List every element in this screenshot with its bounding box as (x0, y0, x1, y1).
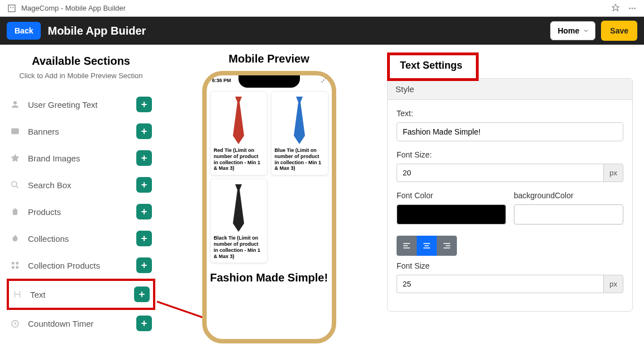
section-label: Banners (28, 127, 59, 136)
section-label: Collection Products (28, 261, 100, 270)
section-text: Text (7, 279, 155, 310)
svg-rect-12 (16, 266, 19, 269)
back-button[interactable]: Back (7, 22, 41, 40)
px-suffix: px (603, 275, 623, 293)
svg-point-4 (632, 7, 633, 9)
section-brand-images: Brand Images (7, 145, 155, 171)
app-header: Back Mobile App Buider Home Save (0, 17, 644, 45)
add-collection-products-button[interactable] (136, 257, 152, 273)
page-select-value: Home (557, 26, 579, 35)
svg-point-3 (629, 7, 631, 9)
add-countdown-button[interactable] (136, 316, 152, 331)
search-icon (10, 180, 20, 190)
more-icon[interactable] (627, 3, 637, 13)
top-bar-title: MageComp - Mobile App Builder (21, 4, 126, 12)
section-products: Products (7, 198, 155, 225)
bg-color-picker[interactable] (514, 204, 623, 225)
plus-icon (140, 127, 149, 136)
text-settings-panel: Text Settings Style Text: Font Size: px … (376, 45, 644, 363)
editor-top-bar: MageComp - Mobile App Builder (0, 0, 644, 17)
mobile-preview-column: Mobile Preview 6:36 PM ⋰ Red Tie (Limit … (162, 45, 376, 363)
font-color-label: Font Color (397, 191, 506, 200)
preview-text-block[interactable]: Fashion Made Simple! (210, 271, 328, 284)
magecomp-logo-icon (7, 3, 17, 13)
section-countdown-timer: Countdown Timer (7, 310, 155, 337)
font-size-input[interactable] (397, 164, 603, 182)
svg-point-5 (634, 7, 636, 9)
add-collections-button[interactable] (136, 231, 152, 246)
tie-icon (227, 184, 250, 232)
add-user-greeting-button[interactable] (136, 97, 152, 112)
section-banners: Banners (7, 118, 155, 145)
font-size-label: Font Size: (397, 150, 623, 159)
available-sections-sidebar: Available Sections Click to Add in Mobil… (0, 45, 162, 363)
page-select[interactable]: Home (550, 21, 595, 40)
phone-frame: 6:36 PM ⋰ Red Tie (Limit on number of pr… (202, 71, 336, 343)
line-height-label: Font Size (397, 261, 623, 270)
section-label: Text (30, 290, 46, 299)
add-text-button[interactable] (134, 286, 150, 302)
settings-title-highlight: Text Settings (387, 52, 479, 81)
add-search-box-button[interactable] (136, 177, 152, 193)
font-color-picker[interactable] (397, 204, 506, 225)
sidebar-title: Available Sections (7, 55, 155, 68)
star-icon (10, 153, 20, 163)
product-name: Blue Tie (Limit on number of product in … (275, 147, 325, 171)
section-label: User Greeting Text (28, 100, 98, 109)
settings-title: Text Settings (400, 60, 462, 71)
svg-rect-7 (11, 128, 19, 135)
plus-icon (140, 234, 149, 243)
plus-icon (140, 100, 149, 109)
line-height-input[interactable] (397, 275, 603, 293)
wifi-icon: ⋰ (321, 78, 326, 85)
heading-icon (12, 289, 22, 299)
align-center-button[interactable] (417, 236, 437, 256)
section-search-box: Search Box (7, 171, 155, 198)
text-field-label: Text: (397, 109, 623, 118)
sidebar-subtitle: Click to Add in Mobile Preview Section (7, 71, 155, 81)
plus-icon (140, 261, 149, 270)
section-collection-products: Collection Products (7, 252, 155, 279)
svg-rect-9 (12, 262, 15, 265)
svg-point-6 (13, 101, 17, 104)
section-label: Products (28, 207, 61, 217)
clock-icon (10, 318, 20, 328)
section-collections: Collections (7, 225, 155, 252)
add-products-button[interactable] (136, 204, 152, 219)
grid-icon (10, 260, 20, 270)
section-label: Collections (28, 234, 69, 243)
plus-icon (137, 290, 146, 299)
chevron-down-icon (583, 27, 589, 34)
product-card[interactable]: Red Tie (Limit on number of product in c… (210, 91, 268, 175)
align-right-button[interactable] (437, 236, 457, 256)
add-brand-images-button[interactable] (136, 150, 152, 166)
section-label: Brand Images (28, 154, 80, 163)
preview-title: Mobile Preview (228, 52, 309, 65)
text-input[interactable] (397, 122, 623, 141)
status-time: 6:36 PM (212, 78, 231, 85)
svg-rect-10 (16, 262, 19, 265)
product-card[interactable]: Black Tie (Limit on number of product in… (210, 179, 268, 263)
align-left-button[interactable] (397, 236, 417, 256)
product-card[interactable]: Blue Tie (Limit on number of product in … (271, 91, 328, 175)
bg-color-label: backgroundColor (514, 191, 623, 200)
tie-icon (288, 97, 311, 144)
fire-icon (10, 233, 20, 243)
px-suffix: px (603, 164, 623, 182)
svg-point-2 (12, 7, 13, 8)
svg-point-8 (12, 182, 17, 187)
align-center-icon (422, 241, 431, 250)
product-name: Black Tie (Limit on number of product in… (214, 235, 264, 259)
pin-icon[interactable] (610, 3, 621, 13)
tie-icon (227, 97, 250, 144)
style-panel-header[interactable]: Style (388, 79, 632, 100)
product-grid: Red Tie (Limit on number of product in c… (210, 91, 328, 263)
plus-icon (140, 319, 149, 328)
image-icon (10, 126, 20, 136)
add-banners-button[interactable] (136, 123, 152, 139)
save-button[interactable]: Save (601, 21, 637, 41)
product-name: Red Tie (Limit on number of product in c… (214, 147, 264, 171)
app-title: Mobile App Buider (47, 25, 146, 37)
section-label: Countdown Timer (28, 319, 94, 328)
svg-rect-0 (8, 5, 15, 12)
